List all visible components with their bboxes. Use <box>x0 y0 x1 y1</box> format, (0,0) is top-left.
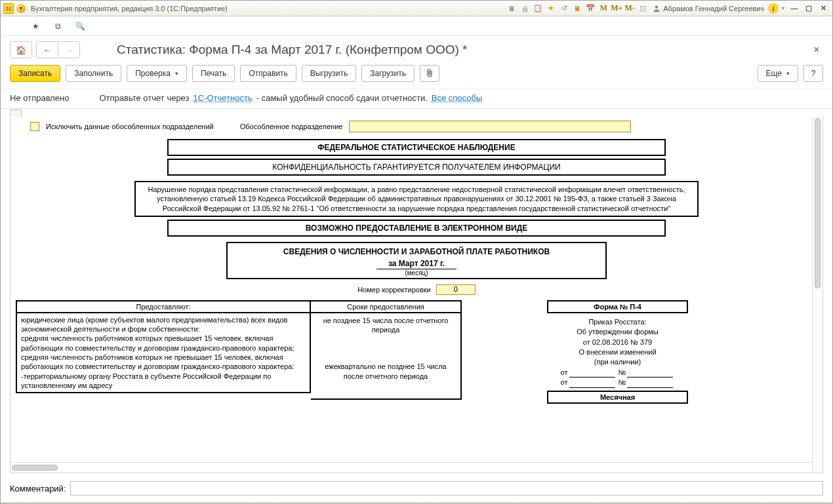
home-button[interactable]: 🏠 <box>10 41 32 58</box>
report-legal-notice: Нарушение порядка представления статисти… <box>134 181 699 217</box>
send-hint-pre: Отправьте отчет через <box>99 93 189 103</box>
more-button[interactable]: Еще <box>758 65 798 82</box>
paperclip-icon <box>426 69 434 78</box>
all-methods-link[interactable]: Все способы <box>432 93 482 103</box>
titlebar-info-dd-icon[interactable]: ▾ <box>780 3 786 14</box>
provide-cell: юридические лица (кроме субъектов малого… <box>16 313 311 393</box>
titlebar-m-button[interactable]: M <box>598 3 609 14</box>
page-header: 🏠 ← → Статистика: Форма П-4 за Март 2017… <box>1 36 832 62</box>
user-icon <box>653 5 660 12</box>
titlebar-calc-icon[interactable]: 🖩 <box>506 3 518 14</box>
status-row: Не отправлено Отправьте отчет через 1С-О… <box>1 89 832 108</box>
nav-back-button[interactable]: ← <box>36 41 58 58</box>
pin-icon[interactable]: ⧉ <box>52 20 64 32</box>
report-sheet: Исключить данные обособленных подразделе… <box>10 117 823 473</box>
titlebar-print-icon[interactable]: 🖨 <box>519 3 531 14</box>
user-name-label: Абрамов Геннадий Сергеевич <box>663 5 764 12</box>
import-button[interactable]: Загрузить <box>361 65 415 82</box>
report-header-2: КОНФИДЕНЦИАЛЬНОСТЬ ГАРАНТИРУЕТСЯ ПОЛУЧАТ… <box>167 159 666 176</box>
report-period-title: СВЕДЕНИЯ О ЧИСЛЕННОСТИ И ЗАРАБОТНОЙ ПЛАТ… <box>228 247 605 256</box>
attach-button[interactable] <box>420 65 439 82</box>
write-button[interactable]: Записать <box>10 65 60 82</box>
provide-header: Предоставляют: <box>16 300 311 313</box>
horizontal-scrollbar[interactable] <box>10 462 812 473</box>
window-maximize-button[interactable]: ▢ <box>802 3 815 14</box>
report-period-sub: (месяц) <box>228 269 605 277</box>
search-icon[interactable]: 🔍 <box>74 20 86 32</box>
fill-button[interactable]: Заполнить <box>66 65 121 82</box>
exclude-subdiv-checkbox[interactable] <box>30 122 39 131</box>
send-hint-post: - самый удобный способ сдачи отчетности. <box>256 93 428 103</box>
app-logo-icon: 1c <box>3 3 14 14</box>
window-title: Бухгалтерия предприятия, редакция 3.0 (1… <box>31 5 228 12</box>
order-no-blank-1 <box>627 370 673 378</box>
report-header-1: ФЕДЕРАЛЬНОЕ СТАТИСТИЧЕСКОЕ НАБЛЮДЕНИЕ <box>167 139 666 156</box>
subdivision-input[interactable] <box>349 121 631 132</box>
titlebar-user[interactable]: Абрамов Геннадий Сергеевич <box>650 5 767 12</box>
deadline-text-1: не позднее 15 числа после отчетного пери… <box>315 316 457 335</box>
check-button[interactable]: Проверка <box>127 65 187 82</box>
form-number-box: Форма № П-4 <box>547 300 688 313</box>
page-title: Статистика: Форма П-4 за Март 2017 г. (К… <box>117 43 806 57</box>
subdivision-label: Обособленное подразделение <box>240 123 343 130</box>
app-menu-dropdown-icon[interactable]: ▾ <box>16 4 26 13</box>
help-button[interactable]: ? <box>803 65 823 82</box>
order-no-blank-2 <box>627 380 673 388</box>
window-titlebar: 1c ▾ Бухгалтерия предприятия, редакция 3… <box>1 1 832 16</box>
correction-number-input[interactable]: 0 <box>436 284 476 295</box>
deadline-text-2: ежеквартально не позднее 15 числа после … <box>315 362 457 381</box>
comment-label: Комментарий: <box>10 484 66 494</box>
deadline-cell: не позднее 15 числа после отчетного пери… <box>311 313 462 400</box>
apps-grid-icon[interactable] <box>7 20 19 32</box>
one-c-reporting-link[interactable]: 1С-Отчетность <box>193 93 253 103</box>
titlebar-m-minus-button[interactable]: M- <box>624 3 636 14</box>
titlebar-panes-icon[interactable]: ◫ <box>637 3 649 14</box>
vertical-scrollbar[interactable] <box>812 117 823 473</box>
titlebar-history-icon[interactable]: ↺ <box>558 3 570 14</box>
nav-forward-button[interactable]: → <box>58 41 80 58</box>
order-info: Приказ Росстата: Об утверждении формы от… <box>547 317 688 388</box>
window-close-button[interactable]: ✕ <box>817 3 830 14</box>
order-date-blank-2 <box>569 380 615 388</box>
order-date-blank-1 <box>569 370 615 378</box>
report-header-4: ВОЗМОЖНО ПРЕДОСТАВЛЕНИЕ В ЭЛЕКТРОННОМ ВИ… <box>167 220 666 237</box>
comment-row: Комментарий: <box>1 476 832 502</box>
deadline-header: Сроки предоставления <box>311 300 462 313</box>
print-button[interactable]: Печать <box>192 65 235 82</box>
exclude-subdiv-label: Исключить данные обособленных подразделе… <box>46 123 214 130</box>
titlebar-clipboard-icon[interactable]: 📋 <box>532 3 544 14</box>
report-period-box: СВЕДЕНИЯ О ЧИСЛЕННОСТИ И ЗАРАБОТНОЙ ПЛАТ… <box>226 242 607 279</box>
periodicity-box: Месячная <box>547 391 688 404</box>
correction-number-label: Номер корректировки <box>357 286 430 294</box>
page-close-button[interactable]: × <box>810 43 823 56</box>
titlebar-info-icon[interactable]: i <box>768 3 779 14</box>
svg-point-0 <box>655 5 659 9</box>
export-button[interactable]: Выгрузить <box>302 65 357 82</box>
report-period-value: за Март 2017 г. <box>376 259 457 269</box>
titlebar-calendar-icon[interactable]: 📅 <box>584 3 596 14</box>
titlebar-calc2-icon[interactable]: 🖩 <box>571 3 583 14</box>
window-minimize-button[interactable]: — <box>788 3 801 14</box>
command-bar: Записать Заполнить Проверка Печать Отпра… <box>1 62 832 89</box>
send-status-label: Не отправлено <box>10 93 69 103</box>
send-button[interactable]: Отправить <box>240 65 296 82</box>
comment-input[interactable] <box>70 481 824 495</box>
report-options-row: Исключить данные обособленных подразделе… <box>10 117 823 136</box>
titlebar-m-plus-button[interactable]: M+ <box>611 3 622 14</box>
quickbar: ★ ⧉ 🔍 <box>1 16 832 36</box>
titlebar-star-icon[interactable]: ★ <box>545 3 557 14</box>
favorite-star-icon[interactable]: ★ <box>30 20 41 32</box>
